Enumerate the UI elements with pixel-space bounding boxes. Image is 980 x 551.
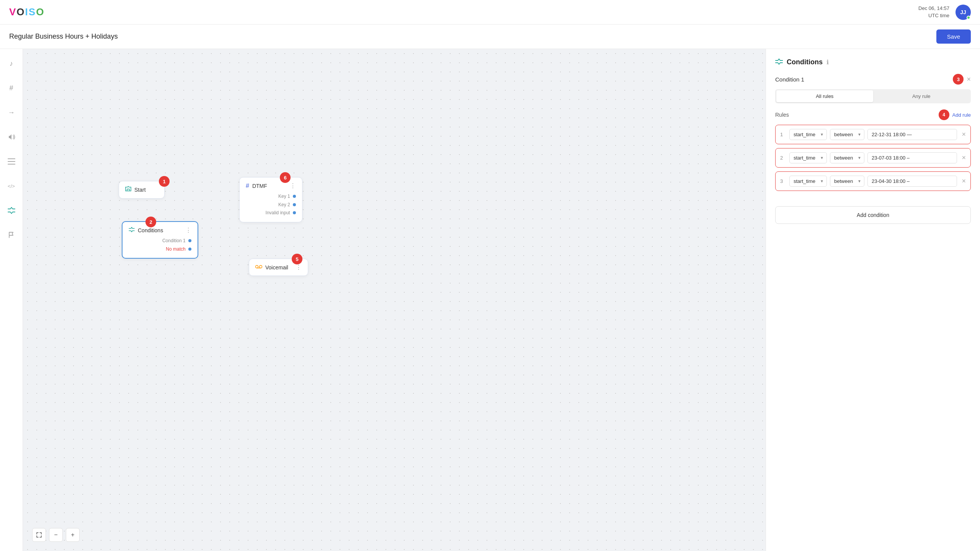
invalid-dot: [293, 211, 296, 214]
dtmf-node[interactable]: # DTMF ⋮ Key 1 Key 2 Invalid input 6: [239, 177, 302, 222]
sidebar-icon-arrow[interactable]: →: [5, 106, 18, 119]
tab-all-rules[interactable]: All rules: [776, 90, 873, 102]
rule-3-delete-button[interactable]: ×: [962, 177, 966, 185]
add-rule-button[interactable]: Add rule: [952, 112, 971, 118]
sidebar-icon-sound[interactable]: [5, 130, 18, 144]
nomatch-dot: [188, 248, 191, 251]
condition-badge-3: 3: [953, 74, 964, 85]
canvas-controls: − +: [32, 528, 80, 542]
start-node-header: Start: [125, 186, 158, 194]
right-panel: Conditions ℹ Condition 1 3 × All rules A…: [766, 49, 980, 551]
svg-rect-2: [8, 164, 15, 165]
conditions-node[interactable]: Conditions ⋮ Condition 1 No match 2: [122, 221, 198, 259]
rule-2-delete-button[interactable]: ×: [962, 154, 966, 162]
condition-title: Condition 1: [775, 76, 804, 83]
voicemail-node[interactable]: Voicemail ⋮ 5: [249, 259, 308, 276]
sidebar-icon-list[interactable]: [5, 155, 18, 168]
rule-2-field-wrapper: start_time ▼: [789, 152, 827, 163]
fullscreen-button[interactable]: [32, 528, 46, 542]
logo-o1: O: [16, 6, 25, 18]
rule-num-3: 3: [780, 178, 786, 184]
rule-3-op-wrapper: between ▼: [830, 176, 864, 187]
dtmf-badge: 6: [280, 172, 291, 183]
voicemail-node-header: Voicemail ⋮: [255, 264, 302, 271]
rule-2-value-input[interactable]: [867, 152, 957, 163]
zoom-out-button[interactable]: −: [49, 528, 63, 542]
condition-header: Condition 1 3 ×: [775, 74, 971, 85]
rule-row-3: 3 start_time ▼ between ▼ ×: [775, 171, 971, 191]
sidebar-icon-music[interactable]: ♪: [5, 57, 18, 70]
voicemail-node-menu[interactable]: ⋮: [296, 264, 302, 271]
rule-1-field-select[interactable]: start_time: [789, 129, 827, 140]
avatar[interactable]: JJ: [956, 5, 971, 20]
rule-1-op-wrapper: between ▼: [830, 129, 864, 140]
sidebar-icon-code[interactable]: </>: [5, 179, 18, 193]
start-node-label: Start: [134, 187, 146, 193]
rule-tabs: All rules Any rule: [775, 89, 971, 103]
voicemail-badge: 5: [292, 254, 302, 264]
key1-dot: [293, 195, 296, 198]
rule-2-op-select[interactable]: between: [830, 152, 864, 163]
svg-rect-1: [8, 161, 15, 162]
logo-v: V: [9, 6, 16, 18]
dtmf-node-header: # DTMF ⋮: [246, 182, 296, 189]
svg-point-5: [260, 265, 262, 268]
conditions-node-header: Conditions ⋮: [129, 227, 191, 234]
condition-section: Condition 1 3 × All rules Any rule Rules…: [775, 74, 971, 191]
start-icon: [125, 186, 131, 194]
logo-o2: O: [36, 6, 44, 18]
conditions-node-label: Conditions: [138, 227, 163, 233]
sidebar-icon-conditions[interactable]: [5, 204, 18, 217]
start-node[interactable]: Start 1: [119, 181, 165, 199]
tab-any-rule[interactable]: Any rule: [873, 90, 970, 102]
logo-i: I: [25, 6, 29, 18]
dtmf-icon: #: [246, 183, 249, 189]
conditions-node-menu[interactable]: ⋮: [185, 227, 191, 234]
start-badge: 1: [159, 176, 170, 187]
conditions-badge: 2: [145, 217, 156, 227]
panel-title-row: Conditions ℹ: [775, 58, 971, 66]
rule-3-field-select[interactable]: start_time: [789, 176, 827, 187]
rules-badge-4: 4: [939, 109, 949, 120]
zoom-in-button[interactable]: +: [66, 528, 80, 542]
voicemail-node-label: Voicemail: [265, 264, 288, 271]
page-title: Regular Business Hours + Holidays: [9, 33, 118, 41]
rule-3-op-select[interactable]: between: [830, 176, 864, 187]
voicemail-icon: [255, 264, 262, 271]
add-condition-button[interactable]: Add condition: [775, 206, 971, 224]
canvas-background: [23, 49, 766, 551]
rules-header: Rules 4 Add rule: [775, 109, 971, 120]
sidebar-icon-flag[interactable]: [5, 228, 18, 242]
dtmf-node-outputs: Key 1 Key 2 Invalid input: [246, 192, 296, 217]
rule-1-value-input[interactable]: [867, 129, 957, 140]
conditions-icon: [129, 227, 135, 234]
panel-title: Conditions: [787, 58, 823, 66]
info-icon[interactable]: ℹ: [826, 59, 829, 66]
svg-point-4: [256, 265, 258, 268]
save-button[interactable]: Save: [936, 29, 971, 44]
logo: VOISO: [9, 6, 44, 18]
condition-close-button[interactable]: ×: [967, 75, 971, 83]
rules-label: Rules: [775, 112, 789, 118]
avatar-status-dot: [967, 16, 970, 20]
dtmf-node-menu[interactable]: ⋮: [290, 182, 296, 189]
rule-1-op-select[interactable]: between: [830, 129, 864, 140]
rule-1-delete-button[interactable]: ×: [962, 130, 966, 139]
topbar-right: Dec 06, 14:57 UTC time JJ: [918, 5, 971, 20]
rule-num-2: 2: [780, 155, 786, 161]
canvas: Start 1 Conditions ⋮ Condition 1 No matc…: [23, 49, 766, 551]
topbar-time: Dec 06, 14:57 UTC time: [918, 5, 949, 19]
avatar-initials: JJ: [960, 9, 966, 15]
page-header: Regular Business Hours + Holidays Save: [0, 24, 980, 49]
key2-dot: [293, 203, 296, 206]
sidebar-icon-hash[interactable]: #: [5, 81, 18, 95]
rule-2-field-select[interactable]: start_time: [789, 152, 827, 163]
rule-2-op-wrapper: between ▼: [830, 152, 864, 163]
main-layout: ♪ # → </>: [0, 49, 980, 551]
rule-3-value-input[interactable]: [867, 176, 957, 187]
topbar-timezone: UTC time: [918, 12, 949, 19]
topbar-date: Dec 06, 14:57: [918, 5, 949, 12]
topbar: VOISO Dec 06, 14:57 UTC time JJ: [0, 0, 980, 24]
rule-row-2: 2 start_time ▼ between ▼ ×: [775, 148, 971, 168]
condition1-dot: [188, 239, 191, 242]
